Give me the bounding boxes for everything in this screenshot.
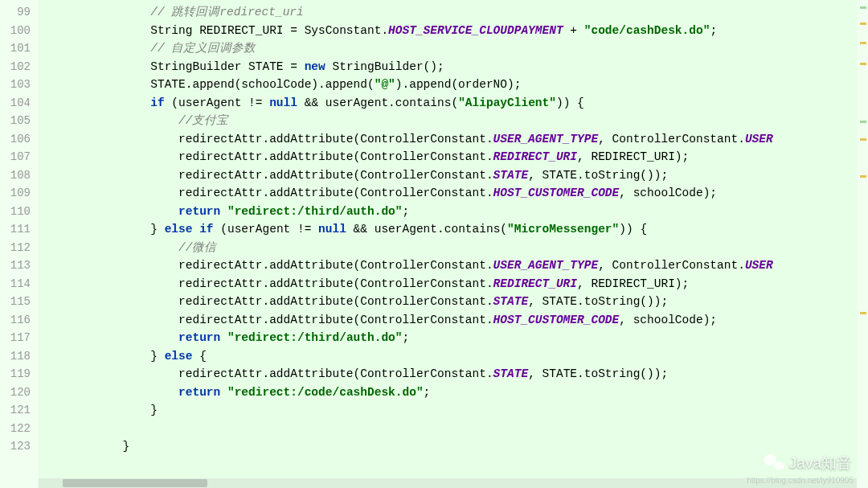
code-token: redirectAttr.addAttribute(ControllerCons… [178, 187, 493, 199]
code-line[interactable]: //微信 [39, 239, 857, 257]
code-token: STATE [493, 367, 529, 380]
line-number: 117 [6, 329, 31, 347]
line-number: 102 [6, 58, 31, 76]
code-token: redirectAttr.addAttribute(ControllerCons… [178, 259, 493, 272]
line-number: 108 [6, 166, 31, 185]
code-token: ; [710, 24, 717, 37]
code-line[interactable]: redirectAttr.addAttribute(ControllerCons… [39, 256, 857, 275]
line-number: 113 [6, 256, 31, 275]
code-token: ; [403, 331, 410, 344]
line-number: 114 [6, 275, 31, 293]
marker[interactable] [860, 42, 866, 44]
code-token: return [178, 386, 220, 399]
code-line[interactable]: } [39, 401, 857, 420]
code-token: "MicroMessenger" [507, 223, 619, 236]
code-line[interactable]: redirectAttr.addAttribute(ControllerCons… [39, 184, 857, 203]
code-token: , STATE.toString()); [528, 169, 668, 182]
line-number: 115 [6, 293, 31, 311]
line-number: 103 [6, 76, 31, 94]
marker[interactable] [860, 63, 866, 65]
code-line[interactable]: redirectAttr.addAttribute(ControllerCons… [39, 293, 857, 311]
line-number: 122 [6, 420, 31, 438]
code-line[interactable]: // 跳转回调redirect_uri [39, 3, 857, 22]
line-number: 110 [6, 203, 31, 221]
scrollbar-thumb[interactable] [63, 479, 207, 487]
code-token: redirectAttr.addAttribute(ControllerCons… [178, 150, 493, 163]
code-line[interactable]: StringBuilder STATE = new StringBuilder(… [39, 58, 857, 76]
line-number: 120 [6, 383, 31, 402]
code-token: new [305, 60, 326, 73]
code-token: "code/cashDesk.do" [584, 24, 710, 37]
marker[interactable] [860, 121, 866, 123]
code-token: , STATE.toString()); [528, 367, 668, 380]
horizontal-scrollbar[interactable] [39, 478, 857, 488]
code-token: else [165, 350, 193, 363]
code-token: STATE.append(schoolCode).append( [150, 78, 374, 91]
code-line[interactable] [39, 420, 857, 438]
code-token: STATE [493, 295, 529, 308]
line-number: 116 [6, 311, 31, 330]
code-token: ).append(orderNO); [395, 78, 522, 91]
code-token: null [269, 96, 297, 109]
line-number-gutter: 9910010110210310410510610710810911011111… [0, 0, 39, 488]
code-token: )) { [556, 96, 584, 109]
code-line[interactable]: return "redirect:/third/auth.do"; [39, 203, 857, 221]
code-editor: 9910010110210310410510610710810911011111… [0, 0, 868, 488]
code-token: } [122, 440, 129, 453]
line-number: 111 [6, 220, 31, 239]
code-line[interactable]: redirectAttr.addAttribute(ControllerCons… [39, 275, 857, 293]
code-token: , REDIRECT_URI); [577, 150, 689, 163]
code-token: // 自定义回调参数 [150, 42, 256, 55]
code-token: (userAgent != [165, 96, 270, 109]
code-token: String REDIRECT_URI = SysConstant. [150, 24, 388, 37]
code-line[interactable]: redirectAttr.addAttribute(ControllerCons… [39, 311, 857, 330]
code-token: && userAgent.contains( [297, 96, 458, 109]
code-token: "redirect:/third/auth.do" [227, 331, 403, 344]
code-line[interactable]: } else { [39, 347, 857, 366]
code-token: "redirect:/third/auth.do" [227, 205, 403, 218]
marker[interactable] [860, 175, 866, 178]
code-line[interactable]: // 自定义回调参数 [39, 39, 857, 58]
code-token: } [150, 350, 164, 363]
marker[interactable] [860, 138, 866, 141]
marker[interactable] [860, 312, 866, 314]
code-token: ; [403, 205, 410, 218]
code-line[interactable]: } else if (userAgent != null && userAgen… [39, 220, 857, 239]
source-url-watermark: https://blog.csdn.net/ly910905 [747, 476, 854, 485]
code-line[interactable]: String REDIRECT_URI = SysConstant.HOST_S… [39, 22, 857, 40]
code-token: STATE [493, 169, 529, 182]
code-token: , STATE.toString()); [528, 295, 668, 308]
code-line[interactable]: redirectAttr.addAttribute(ControllerCons… [39, 166, 857, 185]
watermark-text: Java知音 [789, 453, 852, 474]
code-token: else if [165, 223, 214, 236]
code-token: { [192, 350, 206, 363]
code-token: HOST_CUSTOMER_CODE [493, 314, 620, 326]
code-token: redirectAttr.addAttribute(ControllerCons… [178, 295, 493, 308]
marker-strip[interactable] [857, 0, 868, 488]
code-token: USER [745, 133, 773, 146]
code-token: USER_AGENT_TYPE [493, 259, 599, 272]
line-number: 105 [6, 112, 31, 130]
code-token: redirectAttr.addAttribute(ControllerCons… [178, 314, 493, 326]
code-line[interactable]: return "redirect:/code/cashDesk.do"; [39, 383, 857, 402]
code-token: redirectAttr.addAttribute(ControllerCons… [178, 367, 493, 380]
code-line[interactable]: return "redirect:/third/auth.do"; [39, 329, 857, 347]
code-token: "redirect:/code/cashDesk.do" [227, 386, 424, 399]
line-number: 118 [6, 347, 31, 366]
marker[interactable] [860, 23, 866, 25]
marker[interactable] [860, 6, 866, 9]
code-line[interactable]: redirectAttr.addAttribute(ControllerCons… [39, 148, 857, 166]
code-token: null [318, 223, 346, 236]
line-number: 100 [6, 22, 31, 40]
line-number: 123 [6, 437, 31, 456]
code-token: USER_AGENT_TYPE [493, 133, 599, 146]
code-line[interactable]: STATE.append(schoolCode).append("@").app… [39, 76, 857, 94]
code-token: redirectAttr.addAttribute(ControllerCons… [178, 133, 493, 146]
code-token: , schoolCode); [619, 314, 717, 326]
code-line[interactable]: if (userAgent != null && userAgent.conta… [39, 94, 857, 113]
code-area[interactable]: // 跳转回调redirect_uri String REDIRECT_URI … [39, 0, 857, 488]
code-line[interactable]: //支付宝 [39, 112, 857, 130]
code-line[interactable]: redirectAttr.addAttribute(ControllerCons… [39, 130, 857, 149]
code-line[interactable]: redirectAttr.addAttribute(ControllerCons… [39, 365, 857, 383]
code-line[interactable]: } [39, 437, 857, 456]
